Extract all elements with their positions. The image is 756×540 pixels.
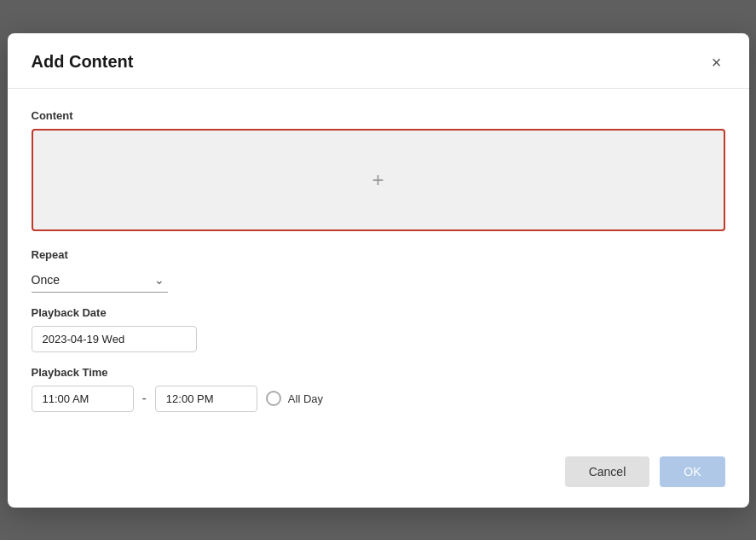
playback-date-input[interactable]	[32, 326, 197, 352]
add-content-dialog: Add Content × Content + Repeat Once Dail…	[8, 33, 749, 508]
repeat-section: Repeat Once Daily Weekly Monthly ⌄	[32, 248, 725, 293]
content-label: Content	[32, 109, 725, 122]
playback-time-section: Playback Time - All Day	[32, 366, 725, 412]
content-section: Content +	[32, 109, 725, 231]
dialog-overlay: Add Content × Content + Repeat Once Dail…	[0, 0, 756, 540]
repeat-label: Repeat	[32, 248, 725, 261]
dialog-header: Add Content ×	[8, 33, 749, 89]
all-day-radio[interactable]	[266, 391, 281, 406]
dialog-title: Add Content	[32, 52, 134, 72]
dialog-footer: Cancel OK	[8, 443, 749, 508]
add-content-icon: +	[372, 168, 384, 192]
repeat-select-wrapper: Once Daily Weekly Monthly ⌄	[32, 268, 168, 293]
playback-date-label: Playback Date	[32, 306, 725, 319]
playback-date-section: Playback Date	[32, 306, 725, 352]
all-day-wrapper: All Day	[266, 391, 323, 406]
time-separator: -	[142, 391, 147, 406]
close-button[interactable]: ×	[708, 50, 725, 74]
all-day-label: All Day	[288, 392, 323, 405]
time-row: - All Day	[32, 386, 725, 412]
time-start-input[interactable]	[32, 386, 134, 412]
time-end-input[interactable]	[155, 386, 257, 412]
cancel-button[interactable]: Cancel	[565, 456, 650, 487]
playback-time-label: Playback Time	[32, 366, 725, 379]
dialog-body: Content + Repeat Once Daily Weekly Month…	[8, 89, 749, 443]
content-upload-area[interactable]: +	[32, 129, 725, 231]
ok-button[interactable]: OK	[660, 456, 724, 487]
repeat-select[interactable]: Once Daily Weekly Monthly	[32, 268, 168, 293]
